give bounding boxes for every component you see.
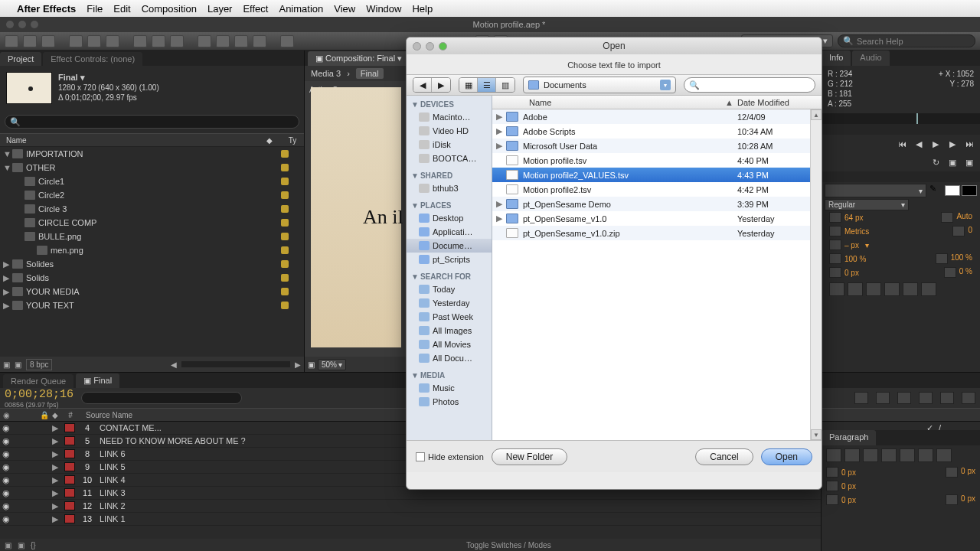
brush-tool-icon[interactable] xyxy=(198,35,211,47)
menu-edit[interactable]: Edit xyxy=(113,3,130,15)
sidebar-item[interactable]: Photos xyxy=(407,395,492,409)
sidebar-header-places[interactable]: ▼ PLACES xyxy=(407,198,492,211)
sidebar-item[interactable]: Yesterday xyxy=(407,296,492,310)
dialog-sidebar[interactable]: ▼ DEVICES Macinto… Video HD iDisk BOOTCA… xyxy=(407,96,492,440)
sidebar-header-media[interactable]: ▼ MEDIA xyxy=(407,368,492,381)
menu-help[interactable]: Help xyxy=(412,3,433,15)
prev-frame-icon[interactable]: ◀ xyxy=(913,139,925,149)
justify-left-icon[interactable] xyxy=(881,448,897,462)
video-toggle-icon[interactable]: ◉ xyxy=(0,449,12,459)
label-swatch[interactable] xyxy=(281,260,289,268)
expand-icon[interactable]: ▣ xyxy=(5,541,11,549)
sidebar-item[interactable]: bthub3 xyxy=(407,181,492,195)
file-row[interactable]: Motion profile2.tsv4:42 PM xyxy=(492,182,822,197)
italic-icon[interactable] xyxy=(848,282,863,296)
rotate-tool-icon[interactable] xyxy=(69,35,83,47)
scroll-up-icon[interactable]: ▲ xyxy=(811,109,822,120)
sidebar-item[interactable]: Past Week xyxy=(407,310,492,324)
font-family-dropdown[interactable]: ▾ xyxy=(825,184,926,197)
align-right-icon[interactable] xyxy=(863,448,878,462)
justify-center-icon[interactable] xyxy=(900,448,915,462)
fill-color-swatch[interactable] xyxy=(945,185,960,196)
label-color[interactable] xyxy=(64,488,75,497)
scroll-down-icon[interactable]: ▼ xyxy=(811,429,822,440)
label-swatch[interactable] xyxy=(281,178,289,185)
file-row-selected[interactable]: Motion profile2_VALUES.tsv4:43 PM xyxy=(492,168,822,182)
twirl-icon[interactable]: ▶ xyxy=(49,436,61,446)
current-timecode[interactable]: 0;00;28;16 xyxy=(5,388,74,401)
label-swatch[interactable] xyxy=(281,164,289,171)
align-left-icon[interactable] xyxy=(826,448,841,462)
disclosure-icon[interactable]: ▶ xyxy=(492,199,506,209)
composition-canvas[interactable]: An il xyxy=(311,87,401,347)
eyedropper-icon[interactable]: ✎ xyxy=(929,184,942,197)
file-row[interactable]: pt_OpenSesame_v1.0.zipYesterday xyxy=(492,226,822,240)
view-list-icon[interactable]: ☰ xyxy=(478,78,496,92)
path-dropdown[interactable]: Documents ▾ xyxy=(523,77,676,93)
file-row[interactable]: ▶Adobe12/4/09 xyxy=(492,109,822,124)
motion-blur-icon[interactable] xyxy=(940,392,954,404)
comp-mini-flowchart-icon[interactable] xyxy=(854,392,868,404)
sidebar-item[interactable]: Video HD xyxy=(407,124,492,138)
bold-icon[interactable] xyxy=(829,282,844,296)
project-item[interactable]: ▶YOUR TEXT xyxy=(0,298,304,312)
label-color[interactable] xyxy=(64,423,75,432)
scrollbar-right-icon[interactable]: ▶ xyxy=(295,360,301,369)
small-caps-icon[interactable] xyxy=(884,282,900,296)
panel-collapse-bar[interactable] xyxy=(822,124,980,135)
menu-animation[interactable]: Animation xyxy=(279,3,323,15)
label-swatch[interactable] xyxy=(281,246,289,254)
menu-layer[interactable]: Layer xyxy=(207,3,233,15)
zoom-tool-icon[interactable] xyxy=(41,35,55,47)
file-row[interactable]: ▶Adobe Scripts10:34 AM xyxy=(492,124,822,139)
play-icon[interactable]: ▶ xyxy=(929,139,942,149)
window-close-icon[interactable] xyxy=(6,21,14,28)
sidebar-item[interactable]: Today xyxy=(407,282,492,296)
tab-timeline-final[interactable]: ▣ Final xyxy=(76,373,119,388)
window-zoom-icon[interactable] xyxy=(31,21,38,28)
sort-asc-icon[interactable]: ▲ xyxy=(725,98,737,107)
loop-icon[interactable]: ↻ xyxy=(929,157,942,168)
tab-paragraph[interactable]: Paragraph xyxy=(822,430,876,445)
graph-editor-icon[interactable] xyxy=(962,392,975,404)
bpc-button[interactable]: 8 bpc xyxy=(26,359,52,370)
disclosure-icon[interactable]: ▶ xyxy=(492,112,506,122)
label-swatch[interactable] xyxy=(281,150,289,158)
new-folder-button[interactable]: New Folder xyxy=(492,448,567,465)
sidebar-item[interactable]: Music xyxy=(407,381,492,395)
last-frame-icon[interactable]: ⏭ xyxy=(963,139,975,149)
pan-behind-tool-icon[interactable] xyxy=(106,35,119,47)
disclosure-icon[interactable]: ▶ xyxy=(492,141,506,151)
file-list-scrollbar[interactable]: ▲ ▼ xyxy=(810,109,822,440)
label-color[interactable] xyxy=(64,475,75,484)
menu-effect[interactable]: Effect xyxy=(243,3,268,15)
justify-right-icon[interactable] xyxy=(918,448,933,462)
project-item[interactable]: BULLE.png xyxy=(0,230,304,243)
video-toggle-icon[interactable]: ◉ xyxy=(0,488,12,498)
label-color[interactable] xyxy=(64,449,75,458)
cancel-button[interactable]: Cancel xyxy=(695,448,753,465)
tab-audio[interactable]: Audio xyxy=(852,51,889,66)
view-icon-icon[interactable]: ▦ xyxy=(459,78,478,92)
frame-blend-icon[interactable] xyxy=(919,392,933,404)
disclosure-icon[interactable]: ▶ xyxy=(492,126,506,136)
video-toggle-icon[interactable]: ◉ xyxy=(0,501,12,511)
brackets-icon[interactable]: {} xyxy=(31,541,36,549)
toggle-switches-icon[interactable]: ▣ xyxy=(18,541,24,549)
selection-tool-icon[interactable] xyxy=(5,35,18,47)
video-toggle-icon[interactable]: ◉ xyxy=(0,462,12,472)
open-button[interactable]: Open xyxy=(761,448,812,465)
justify-all-icon[interactable] xyxy=(936,448,952,462)
mac-menubar[interactable]: After Effects File Edit Composition Laye… xyxy=(0,0,980,17)
file-list-header[interactable]: Name ▲ Date Modified xyxy=(492,96,822,109)
project-search-input[interactable]: 🔍 xyxy=(5,115,299,129)
label-swatch[interactable] xyxy=(281,288,289,295)
tab-render-queue[interactable]: Render Queue xyxy=(3,374,74,388)
video-toggle-icon[interactable]: ◉ xyxy=(0,423,12,433)
twirl-icon[interactable]: ▶ xyxy=(49,475,61,485)
sidebar-item[interactable]: All Movies xyxy=(407,337,492,351)
file-row[interactable]: ▶pt_OpenSesame Demo3:39 PM xyxy=(492,197,822,211)
breadcrumb-item[interactable]: Media 3 xyxy=(311,69,341,78)
stroke-color-swatch[interactable] xyxy=(962,185,977,196)
sidebar-item[interactable]: BOOTCA… xyxy=(407,152,492,165)
